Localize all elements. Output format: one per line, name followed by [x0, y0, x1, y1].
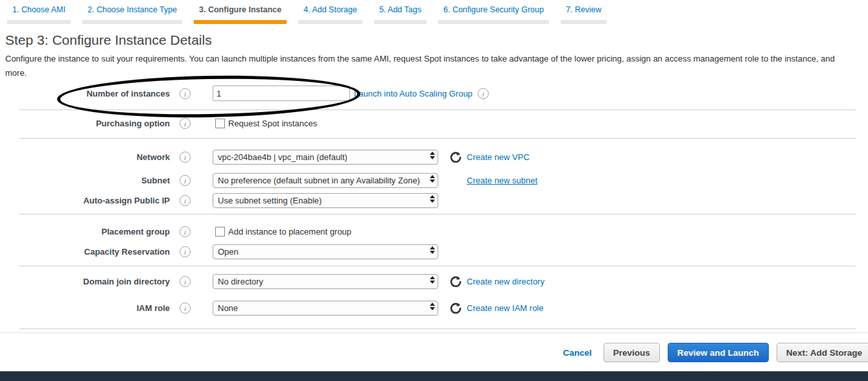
- tab-add-storage[interactable]: 4. Add Storage: [298, 5, 362, 24]
- row-auto-assign-public-ip: Auto-assign Public IP i Use subnet setti…: [0, 190, 868, 210]
- bottom-dark-strip: [0, 371, 868, 381]
- info-icon[interactable]: i: [180, 88, 191, 99]
- iam-role-select-value: None: [213, 303, 438, 313]
- tab-label: 6. Configure Security Group: [438, 5, 549, 20]
- info-icon[interactable]: i: [180, 276, 191, 287]
- tab-label: 1. Choose AMI: [7, 5, 71, 20]
- create-new-subnet-link[interactable]: Create new subnet: [467, 176, 537, 185]
- tab-configure-instance[interactable]: 3. Configure Instance: [194, 5, 287, 24]
- tab-review[interactable]: 7. Review: [561, 5, 607, 24]
- tab-underline-active: [194, 20, 287, 24]
- cancel-link[interactable]: Cancel: [563, 348, 591, 358]
- network-label: Network: [0, 152, 170, 162]
- refresh-icon[interactable]: [450, 151, 462, 163]
- network-select-value: vpc-204bae4b | vpc_main (default): [213, 152, 438, 162]
- separator: [19, 329, 856, 329]
- tab-underline: [438, 20, 549, 24]
- capacity-reservation-select-value: Open: [213, 247, 438, 257]
- info-icon[interactable]: i: [180, 246, 191, 257]
- subnet-select-value: No preference (default subnet in any Ava…: [213, 176, 438, 185]
- row-subnet: Subnet i No preference (default subnet i…: [0, 170, 868, 190]
- create-new-vpc-link[interactable]: Create new VPC: [467, 152, 530, 162]
- select-arrows-icon: [430, 303, 435, 310]
- iam-role-label: IAM role: [0, 303, 170, 313]
- page-description: Configure the instance to suit your requ…: [5, 52, 848, 80]
- row-domain-join-directory: Domain join directory i No directory Cre…: [0, 271, 868, 291]
- next-add-storage-button[interactable]: Next: Add Storage: [777, 343, 868, 362]
- auto-assign-public-ip-label: Auto-assign Public IP: [0, 196, 170, 205]
- configure-instance-page: { "wizard_tabs": [ {"label": "1. Choose …: [0, 0, 868, 381]
- tab-choose-ami[interactable]: 1. Choose AMI: [7, 5, 71, 24]
- separator: [19, 138, 856, 139]
- tab-label: 2. Choose Instance Type: [82, 5, 182, 20]
- row-capacity-reservation: Capacity Reservation i Open: [0, 242, 868, 261]
- create-new-directory-link[interactable]: Create new directory: [467, 277, 545, 286]
- subnet-select[interactable]: No preference (default subnet in any Ava…: [213, 173, 438, 188]
- info-icon[interactable]: i: [180, 175, 191, 186]
- row-number-of-instances: Number of instances i Launch into Auto S…: [0, 84, 868, 103]
- auto-assign-public-ip-select[interactable]: Use subnet setting (Enable): [213, 193, 438, 208]
- info-icon[interactable]: i: [180, 226, 191, 237]
- network-select[interactable]: vpc-204bae4b | vpc_main (default): [213, 150, 438, 165]
- iam-role-select[interactable]: None: [213, 301, 438, 316]
- wizard-step-tabs: 1. Choose AMI 2. Choose Instance Type 3.…: [1, 5, 613, 24]
- select-arrows-icon: [430, 175, 435, 183]
- row-network: Network i vpc-204bae4b | vpc_main (defau…: [0, 147, 868, 167]
- refresh-icon[interactable]: [450, 302, 462, 314]
- tab-underline: [374, 20, 427, 24]
- select-arrows-icon: [430, 152, 435, 159]
- capacity-reservation-select[interactable]: Open: [213, 244, 438, 259]
- tab-label: 7. Review: [561, 5, 607, 20]
- info-icon[interactable]: i: [478, 88, 489, 99]
- previous-button[interactable]: Previous: [604, 343, 660, 362]
- tab-underline: [298, 20, 362, 24]
- tab-underline: [82, 20, 182, 24]
- separator: [19, 110, 856, 110]
- select-arrows-icon: [430, 195, 435, 203]
- tab-label: 3. Configure Instance: [194, 5, 287, 20]
- info-icon[interactable]: i: [180, 118, 191, 129]
- refresh-icon[interactable]: [450, 275, 462, 287]
- tab-choose-instance-type[interactable]: 2. Choose Instance Type: [82, 5, 182, 24]
- number-of-instances-input[interactable]: [213, 86, 350, 101]
- separator: [19, 214, 856, 214]
- tab-configure-security-group[interactable]: 6. Configure Security Group: [438, 5, 549, 24]
- subnet-label: Subnet: [0, 176, 170, 185]
- domain-join-directory-select-value: No directory: [213, 277, 438, 286]
- auto-assign-public-ip-select-value: Use subnet setting (Enable): [213, 196, 438, 205]
- separator: [19, 266, 856, 266]
- tab-label: 5. Add Tags: [374, 5, 427, 20]
- info-icon[interactable]: i: [180, 303, 191, 314]
- domain-join-directory-select[interactable]: No directory: [213, 274, 438, 289]
- placement-group-label: Placement group: [0, 227, 170, 237]
- info-icon[interactable]: i: [180, 195, 191, 206]
- footer-action-bar: Cancel Previous Review and Launch Next: …: [0, 332, 868, 372]
- domain-join-directory-label: Domain join directory: [0, 277, 170, 286]
- tab-underline: [561, 20, 607, 24]
- number-of-instances-label: Number of instances: [0, 89, 170, 98]
- row-purchasing-option: Purchasing option i Request Spot instanc…: [0, 113, 868, 133]
- info-icon[interactable]: i: [180, 152, 191, 163]
- capacity-reservation-label: Capacity Reservation: [0, 247, 170, 257]
- add-instance-to-placement-group-checkbox[interactable]: [215, 227, 225, 237]
- tab-add-tags[interactable]: 5. Add Tags: [374, 5, 427, 24]
- row-placement-group: Placement group i Add instance to placem…: [0, 222, 868, 241]
- create-new-iam-role-link[interactable]: Create new IAM role: [467, 303, 544, 313]
- tab-label: 4. Add Storage: [298, 5, 362, 20]
- tab-underline: [7, 20, 71, 24]
- request-spot-instances-label: Request Spot instances: [228, 119, 317, 128]
- page-title: Step 3: Configure Instance Details: [5, 32, 212, 48]
- row-iam-role: IAM role i None Create new IAM role: [0, 298, 868, 318]
- add-instance-to-placement-group-label: Add instance to placement group: [228, 227, 351, 237]
- purchasing-option-label: Purchasing option: [0, 119, 170, 128]
- review-and-launch-button[interactable]: Review and Launch: [668, 343, 769, 362]
- launch-into-auto-scaling-group-link[interactable]: Launch into Auto Scaling Group: [354, 89, 473, 98]
- select-arrows-icon: [430, 246, 435, 254]
- select-arrows-icon: [430, 276, 435, 284]
- request-spot-instances-checkbox[interactable]: [215, 119, 225, 128]
